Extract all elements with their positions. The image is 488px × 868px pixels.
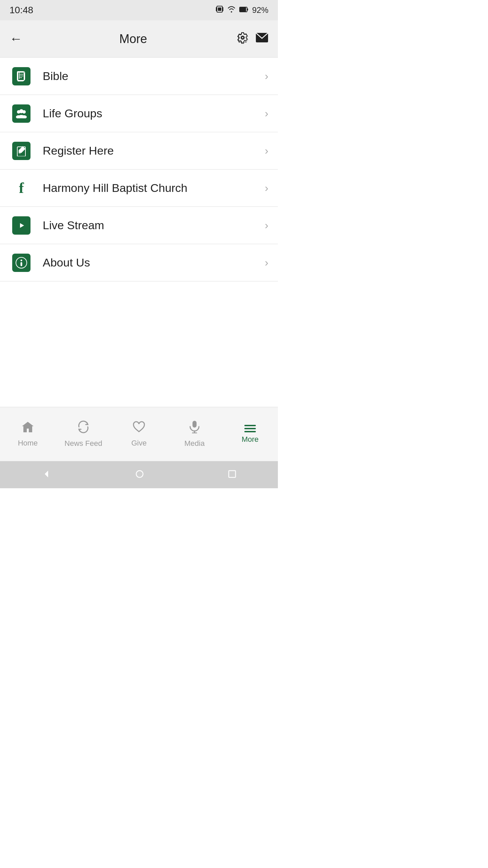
svg-point-17 — [18, 115, 24, 118]
svg-rect-6 — [247, 8, 248, 11]
bible-chevron: › — [265, 70, 268, 82]
menu-item-facebook[interactable]: f Harmony Hill Baptist Church › — [0, 170, 278, 207]
pencil-icon — [12, 142, 30, 160]
facebook-label: Harmony Hill Baptist Church — [43, 181, 265, 195]
android-nav-bar — [0, 461, 278, 488]
status-time: 10:48 — [9, 5, 33, 16]
menu-item-about-us[interactable]: About Us › — [0, 244, 278, 281]
heart-icon — [133, 421, 145, 436]
life-groups-chevron: › — [265, 107, 268, 120]
svg-rect-1 — [223, 7, 223, 11]
life-groups-label: Life Groups — [43, 107, 265, 120]
refresh-icon — [77, 420, 90, 436]
menu-list: Bible › Life Groups › — [0, 58, 278, 407]
svg-rect-27 — [192, 421, 197, 428]
android-home-button[interactable] — [135, 469, 145, 480]
header-title: More — [119, 32, 147, 46]
svg-rect-32 — [229, 471, 236, 477]
bible-icon-wrap — [9, 67, 33, 85]
media-label: Media — [184, 439, 205, 448]
back-button[interactable]: ← — [9, 32, 30, 46]
nav-home[interactable]: Home — [0, 421, 56, 448]
menu-item-register[interactable]: Register Here › — [0, 132, 278, 170]
svg-rect-26 — [21, 262, 22, 266]
people-icon — [12, 104, 30, 123]
battery-percentage: 92% — [252, 5, 268, 15]
android-recents-button[interactable] — [228, 470, 237, 480]
bottom-nav: Home News Feed Give — [0, 407, 278, 461]
menu-item-live-stream[interactable]: Live Stream › — [0, 207, 278, 244]
home-label: Home — [18, 439, 38, 448]
svg-rect-3 — [218, 7, 221, 11]
facebook-icon: f — [12, 179, 30, 197]
register-label: Register Here — [43, 144, 265, 157]
wifi-icon — [227, 5, 236, 15]
vibrate-icon — [216, 5, 224, 15]
about-us-chevron: › — [265, 256, 268, 269]
life-groups-icon-wrap — [9, 104, 33, 123]
nav-more[interactable]: More — [222, 425, 278, 444]
facebook-icon-wrap: f — [9, 179, 33, 197]
bible-label: Bible — [43, 70, 265, 83]
live-stream-icon-wrap — [9, 216, 33, 235]
youtube-icon — [12, 216, 30, 235]
give-label: Give — [131, 439, 146, 448]
message-icon[interactable] — [256, 32, 268, 45]
svg-rect-0 — [216, 7, 217, 11]
svg-point-14 — [19, 109, 23, 113]
back-icon: ← — [9, 32, 22, 46]
menu-icon — [244, 425, 256, 432]
svg-rect-5 — [240, 7, 246, 12]
home-icon — [21, 421, 34, 436]
more-label: More — [242, 435, 259, 444]
live-stream-label: Live Stream — [43, 219, 265, 232]
news-feed-label: News Feed — [64, 439, 102, 448]
about-icon-wrap — [9, 254, 33, 272]
status-icons: 92% — [216, 5, 268, 15]
status-bar: 10:48 92% — [0, 0, 278, 20]
svg-marker-30 — [45, 471, 48, 477]
live-stream-chevron: › — [265, 219, 268, 232]
register-chevron: › — [265, 144, 268, 157]
nav-media[interactable]: Media — [167, 420, 222, 448]
battery-icon — [239, 5, 249, 15]
svg-point-25 — [21, 259, 22, 261]
nav-news-feed[interactable]: News Feed — [56, 420, 111, 448]
register-icon-wrap — [9, 142, 33, 160]
svg-point-31 — [136, 471, 143, 477]
nav-give[interactable]: Give — [111, 421, 167, 448]
settings-icon[interactable] — [237, 32, 249, 46]
menu-item-bible[interactable]: Bible › — [0, 58, 278, 95]
about-us-label: About Us — [43, 256, 265, 269]
menu-item-life-groups[interactable]: Life Groups › — [0, 95, 278, 132]
facebook-chevron: › — [265, 182, 268, 194]
info-icon — [12, 254, 30, 272]
header-actions — [237, 32, 268, 46]
book-icon — [12, 67, 30, 85]
header: ← More — [0, 20, 278, 58]
mic-icon — [189, 420, 200, 436]
android-back-button[interactable] — [41, 469, 52, 480]
